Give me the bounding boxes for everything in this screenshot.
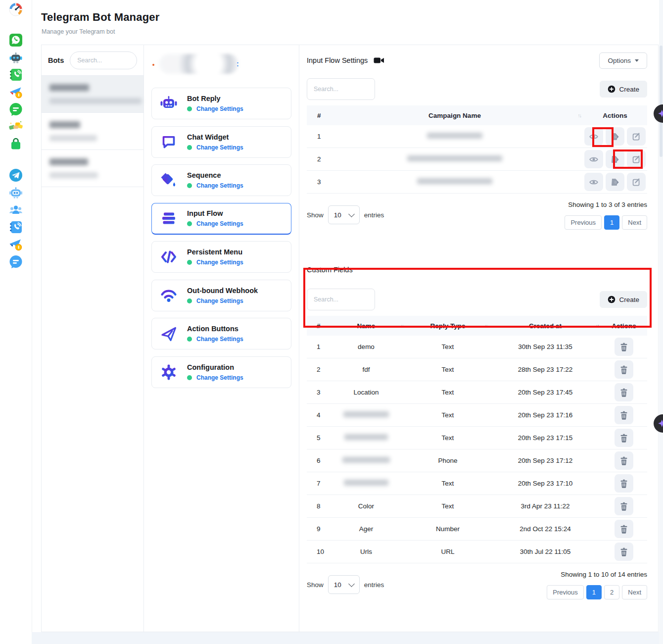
contacts-green-icon[interactable]	[9, 68, 23, 82]
page-button-1[interactable]: 1	[586, 585, 602, 599]
view-button[interactable]	[584, 150, 603, 168]
sort-icon[interactable]: ↑↓	[485, 323, 488, 329]
bots-search-input[interactable]	[70, 51, 137, 69]
sort-icon[interactable]: ↑↓	[578, 112, 581, 118]
delete-button[interactable]	[615, 474, 633, 493]
created-at: 20th Sep 23 17:45	[490, 389, 601, 396]
shop-bag-icon[interactable]	[9, 137, 23, 151]
create-campaign-button[interactable]: Create	[600, 81, 647, 98]
page-size-select[interactable]: 10	[328, 205, 360, 224]
delete-button[interactable]	[615, 451, 633, 470]
page-scrollbar[interactable]	[659, 0, 663, 644]
telegram-coin-icon[interactable]	[9, 85, 23, 99]
next-page-button[interactable]: Next	[622, 585, 647, 599]
options-button[interactable]: Options	[599, 52, 647, 69]
main-panel: Input Flow Settings Options Create #	[299, 45, 658, 632]
edit-button[interactable]	[627, 173, 646, 191]
delete-button[interactable]	[615, 520, 633, 538]
edit-button[interactable]	[627, 127, 646, 146]
bot-list-item[interactable]	[42, 76, 143, 113]
created-at: 20th Sep 23 17:16	[490, 411, 601, 419]
settings-card-sequence[interactable]: Sequence Change Settings	[151, 164, 291, 196]
change-settings-link[interactable]: Change Settings	[196, 220, 243, 227]
export-button[interactable]	[606, 127, 624, 146]
delete-button[interactable]	[615, 497, 633, 515]
edit-icon	[632, 178, 641, 186]
change-settings-link[interactable]: Change Settings	[196, 182, 243, 189]
campaign-search-input[interactable]	[307, 78, 375, 100]
next-page-button[interactable]: Next	[622, 215, 647, 230]
settings-card-outbound-webhook[interactable]: Out-bound Webhook Change Settings	[151, 280, 291, 311]
change-settings-link[interactable]: Change Settings	[196, 297, 243, 304]
row-number: 2	[307, 155, 327, 163]
redacted-bot-title	[159, 54, 238, 74]
change-settings-link[interactable]: Change Settings	[196, 105, 243, 112]
pagination: Previous 1 2 Next	[547, 585, 647, 599]
previous-page-button[interactable]: Previous	[547, 585, 584, 599]
export-button[interactable]	[606, 150, 624, 168]
change-settings-link[interactable]: Change Settings	[196, 374, 243, 381]
settings-card-chat-widget[interactable]: Chat Widget Change Settings	[151, 126, 291, 158]
file-export-icon	[611, 133, 619, 141]
bot-blue-icon[interactable]	[9, 186, 23, 199]
contacts-blue-icon[interactable]	[9, 220, 23, 234]
page-size-select[interactable]: 10	[328, 575, 360, 594]
telegram-icon[interactable]	[9, 168, 23, 182]
group-icon[interactable]	[9, 203, 23, 217]
settings-card-action-buttons[interactable]: Action Buttons Change Settings	[151, 318, 291, 349]
chat-blue-icon[interactable]	[9, 255, 23, 269]
create-custom-field-button[interactable]: Create	[600, 291, 647, 308]
whatsapp-icon[interactable]	[9, 33, 23, 47]
delete-button[interactable]	[615, 406, 633, 424]
chevron-down-icon	[348, 211, 355, 217]
bots-panel: Bots	[42, 45, 144, 632]
bot-icon[interactable]	[9, 50, 23, 64]
entries-label: entries	[364, 211, 384, 219]
reply-type: Number	[406, 525, 490, 533]
redacted-field-name	[342, 457, 390, 463]
delete-button[interactable]	[615, 338, 633, 356]
bot-menu-dots[interactable]: :	[237, 60, 239, 68]
trash-icon	[620, 456, 628, 465]
sort-icon[interactable]: ↑↓	[596, 323, 599, 329]
dashboard-logo-icon[interactable]	[9, 2, 23, 16]
trash-icon	[620, 343, 628, 351]
view-button[interactable]	[584, 127, 603, 146]
chat-green-icon[interactable]	[9, 102, 23, 116]
previous-page-button[interactable]: Previous	[565, 215, 602, 230]
delete-button[interactable]	[615, 360, 633, 379]
redacted-bot-username	[49, 172, 98, 178]
sort-icon[interactable]: ↑↓	[401, 323, 404, 329]
telegram-coin-blue-icon[interactable]	[9, 238, 23, 251]
col-name[interactable]: Name↑↓	[327, 322, 406, 330]
delete-button[interactable]	[615, 429, 633, 447]
settings-card-bot-reply[interactable]: Bot Reply Change Settings	[151, 88, 291, 119]
change-settings-link[interactable]: Change Settings	[196, 144, 243, 151]
bot-list-item[interactable]	[42, 113, 143, 150]
delete-button[interactable]	[615, 383, 633, 401]
change-settings-link[interactable]: Change Settings	[196, 259, 243, 266]
scrollbar-thumb[interactable]	[660, 46, 663, 157]
table-row: 2 fdf Text 28th Sep 23 17:22	[307, 358, 647, 381]
export-button[interactable]	[606, 173, 624, 191]
settings-card-input-flow[interactable]: Input Flow Change Settings	[151, 203, 291, 235]
page-button-1[interactable]: 1	[604, 215, 619, 230]
col-created-at[interactable]: Created at↑↓	[490, 322, 601, 330]
col-reply-type[interactable]: Reply Type↑↓	[406, 322, 490, 330]
custom-fields-search-input[interactable]	[307, 289, 375, 310]
reply-type: Text	[406, 343, 490, 350]
col-campaign-name[interactable]: Campaign Name↑↓	[327, 112, 583, 119]
col-num: #	[307, 322, 327, 330]
page-button-2[interactable]: 2	[604, 585, 619, 599]
partnership-icon[interactable]	[9, 120, 23, 134]
table-row: 1	[307, 125, 647, 148]
reply-type: Text	[406, 480, 490, 487]
settings-card-persistent-menu[interactable]: Persistent Menu Change Settings	[151, 241, 291, 273]
settings-card-configuration[interactable]: Configuration Change Settings	[151, 356, 291, 388]
view-button[interactable]	[584, 173, 603, 191]
bot-list-item[interactable]	[42, 150, 143, 187]
table-row: 9 Ager Number 2nd Oct 22 15:24	[307, 518, 647, 541]
delete-button[interactable]	[615, 543, 633, 561]
change-settings-link[interactable]: Change Settings	[196, 336, 243, 343]
edit-button[interactable]	[627, 150, 646, 168]
